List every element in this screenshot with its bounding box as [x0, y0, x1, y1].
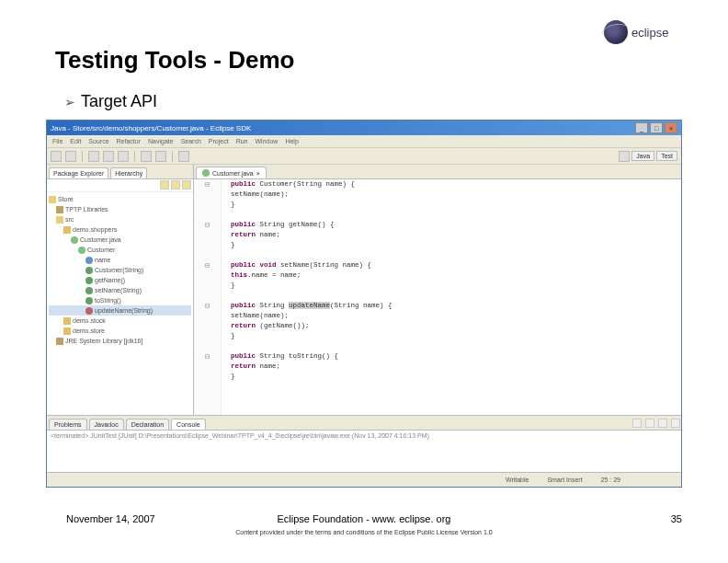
console-clear-icon[interactable]	[645, 419, 654, 428]
menu-edit[interactable]: Edit	[70, 138, 81, 144]
open-perspective-icon[interactable]	[619, 151, 630, 162]
close-button[interactable]: ×	[665, 122, 677, 133]
class-icon	[78, 247, 85, 254]
fold-icon[interactable]: ⊟	[194, 220, 221, 230]
package-icon	[63, 317, 71, 325]
package-icon	[63, 226, 71, 234]
toolbar: Java Test	[47, 148, 681, 165]
src-folder-icon	[56, 216, 63, 224]
menu-help[interactable]: Help	[285, 138, 298, 144]
menu-refactor[interactable]: Refactor	[117, 138, 141, 144]
statusbar: Writable Smart Insert 25 : 29	[47, 472, 681, 487]
fold-icon[interactable]: ⊟	[194, 301, 221, 311]
toolbar-newclass-icon[interactable]	[141, 151, 152, 162]
footer-center: Eclipse Foundation - www. eclipse. org	[0, 513, 728, 524]
java-file-icon	[202, 169, 210, 177]
menu-run[interactable]: Run	[236, 138, 248, 144]
slide-title: Testing Tools - Demo	[55, 46, 294, 75]
field-icon	[85, 257, 93, 264]
tab-javadoc[interactable]: Javadoc	[89, 419, 124, 430]
menu-source[interactable]: Source	[88, 138, 108, 144]
package-icon	[63, 327, 71, 335]
maximize-button[interactable]: □	[650, 122, 663, 133]
eclipse-logo: eclipse	[604, 18, 696, 46]
toolbar-newpkg-icon[interactable]	[155, 151, 166, 162]
menu-search[interactable]: Search	[181, 138, 201, 144]
console-output[interactable]: <terminated> JUnitTest [JUnit] D:\Presen…	[47, 431, 681, 472]
toolbar-save-icon[interactable]	[65, 151, 76, 162]
menubar: File Edit Source Refactor Navigate Searc…	[47, 135, 681, 148]
editor-area: Customer.java × ⊟ ⊟ ⊟ ⊟ ⊟ public Cus	[194, 165, 681, 415]
tree-project[interactable]: Store	[58, 194, 74, 204]
editor-tab-label: Customer.java	[212, 170, 254, 177]
toolbar-debug-icon[interactable]	[88, 151, 99, 162]
package-explorer-view: Package Explorer Hierarchy Store TPTP Li…	[47, 165, 194, 415]
tree-src[interactable]: src	[65, 214, 74, 224]
tree-getname[interactable]: getName()	[95, 275, 125, 285]
console-pin-icon[interactable]	[658, 419, 667, 428]
editor-gutter: ⊟ ⊟ ⊟ ⊟ ⊟	[194, 179, 222, 415]
minimize-button[interactable]: _	[635, 122, 648, 133]
toolbar-new-icon[interactable]	[51, 151, 62, 162]
tree-jre[interactable]: JRE System Library [jdk16]	[65, 336, 142, 346]
project-icon	[49, 196, 56, 203]
constructor-icon	[85, 267, 93, 274]
console-display-icon[interactable]	[671, 419, 680, 428]
method-icon	[85, 307, 93, 315]
perspective-switcher: Java Test	[619, 151, 677, 162]
tab-hierarchy[interactable]: Hierarchy	[110, 167, 147, 178]
console-area: Problems Javadoc Declaration Console <te…	[47, 415, 681, 472]
close-tab-icon[interactable]: ×	[256, 170, 260, 177]
tab-package-explorer[interactable]: Package Explorer	[49, 167, 108, 178]
tree-updatename[interactable]: updateName(String)	[95, 305, 153, 316]
fold-icon[interactable]: ⊟	[194, 351, 221, 362]
status-insert: Smart Insert	[547, 477, 582, 483]
tree-class[interactable]: Customer	[87, 245, 115, 255]
tree-setname[interactable]: setName(String)	[95, 285, 142, 295]
window-title: Java - Store/src/demo/shoppers/Customer.…	[51, 124, 251, 132]
tree-pkg3[interactable]: demo.store	[73, 326, 105, 336]
console-terminate-icon[interactable]	[632, 419, 642, 428]
toolbar-search-icon[interactable]	[178, 151, 189, 162]
menu-navigate[interactable]: Navigate	[148, 138, 174, 144]
toolbar-run-icon[interactable]	[103, 151, 114, 162]
link-editor-icon[interactable]	[171, 180, 180, 190]
collapse-all-icon[interactable]	[160, 180, 169, 190]
method-icon	[85, 297, 93, 304]
eclipse-logo-text: eclipse	[631, 26, 668, 40]
java-file-icon	[71, 236, 78, 244]
menu-project[interactable]: Project	[209, 138, 229, 144]
perspective-test[interactable]: Test	[656, 151, 677, 161]
menu-file[interactable]: File	[52, 138, 63, 144]
footer-license: Content provided under the terms and con…	[0, 529, 728, 535]
fold-icon[interactable]: ⊟	[194, 260, 221, 270]
method-icon	[85, 287, 93, 294]
status-writable: Writable	[506, 477, 529, 483]
tree-ctor[interactable]: Customer(String)	[95, 265, 143, 275]
tree-pkg2[interactable]: demo.stock	[73, 316, 106, 326]
fold-icon[interactable]: ⊟	[194, 179, 221, 190]
editor-tab-customer[interactable]: Customer.java ×	[196, 167, 267, 178]
tree-tostring[interactable]: toString()	[95, 295, 121, 305]
method-icon	[85, 277, 93, 284]
titlebar: Java - Store/src/demo/shoppers/Customer.…	[47, 121, 681, 135]
toolbar-profile-icon[interactable]	[118, 151, 129, 162]
tree-pkg[interactable]: demo.shoppers	[73, 224, 117, 235]
tab-declaration[interactable]: Declaration	[126, 419, 169, 430]
perspective-java[interactable]: Java	[631, 151, 654, 161]
tab-problems[interactable]: Problems	[49, 419, 87, 430]
tab-console[interactable]: Console	[171, 419, 206, 430]
tree-file[interactable]: Customer.java	[80, 235, 121, 245]
code-editor[interactable]: ⊟ ⊟ ⊟ ⊟ ⊟ public Customer(String name) {…	[194, 179, 681, 415]
tree-lib[interactable]: TPTP Libraries	[65, 204, 108, 214]
library-icon	[56, 206, 63, 213]
bullet-text: Target API	[81, 92, 157, 111]
tree-field[interactable]: name	[95, 255, 111, 265]
bullet-target-api: Target API	[64, 92, 157, 111]
console-status-line: <terminated> JUnitTest [JUnit] D:\Presen…	[51, 432, 429, 439]
menu-window[interactable]: Window	[255, 138, 278, 144]
ide-window: Java - Store/src/demo/shoppers/Customer.…	[46, 120, 682, 488]
view-menu-icon[interactable]	[182, 180, 191, 190]
project-tree[interactable]: Store TPTP Libraries src demo.shoppers C…	[47, 192, 193, 415]
code-content[interactable]: public Customer(String name) { setName(n…	[222, 179, 681, 415]
